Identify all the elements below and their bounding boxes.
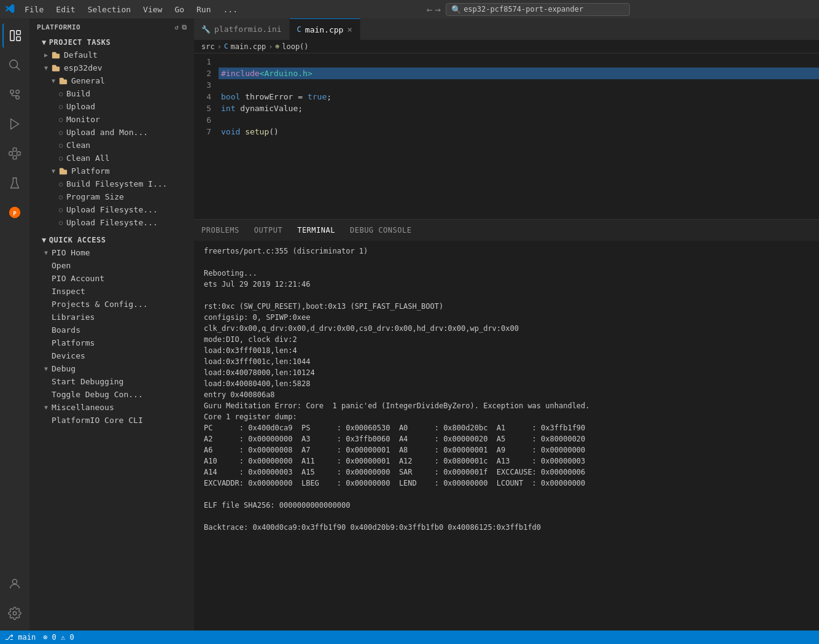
activity-extensions[interactable] — [2, 141, 27, 166]
menu-edit[interactable]: Edit — [51, 4, 80, 15]
tree-item-upload[interactable]: ○ Upload — [29, 100, 194, 113]
tree-item-esp32dev[interactable]: ▼ esp32dev — [29, 61, 194, 74]
code-editor[interactable]: 1 2 3 4 5 6 7 #include<Arduino.h> bool t… — [194, 53, 819, 219]
status-branch[interactable]: ⎇ main — [5, 633, 36, 642]
activity-bar: P — [0, 18, 29, 630]
tree-item-upload-fs-2[interactable]: ○ Upload Filesyste... — [29, 216, 194, 229]
sidebar-header-actions: ↺ ⧉ — [174, 23, 187, 31]
tree-item-upload-fs-1[interactable]: ○ Upload Filesyste... — [29, 203, 194, 216]
svg-marker-10 — [11, 119, 19, 130]
tab-main-cpp[interactable]: C main.cpp × — [290, 18, 360, 40]
chevron-right-icon: ▶ — [44, 52, 48, 58]
tree-item-start-debugging[interactable]: Start Debugging — [29, 375, 194, 388]
terminal-line: A14 : 0x00000003 A15 : 0x00000000 SAR : … — [204, 467, 809, 478]
activity-account[interactable] — [2, 572, 27, 596]
tree-item-default[interactable]: ▶ Default — [29, 48, 194, 61]
circle-icon-2: ○ — [59, 103, 63, 110]
item-label: Upload Filesyste... — [66, 218, 158, 227]
tree-item-pio-account[interactable]: PIO Account — [29, 272, 194, 285]
activity-source-control[interactable] — [2, 82, 27, 107]
tree-item-monitor[interactable]: ○ Monitor — [29, 113, 194, 126]
breadcrumb-file[interactable]: main.cpp — [231, 42, 266, 51]
activity-settings[interactable] — [2, 601, 27, 626]
menu-selection[interactable]: Selection — [83, 4, 136, 15]
status-errors[interactable]: ⊗ 0 ⚠ 0 — [43, 633, 74, 642]
panel-tab-debug-console[interactable]: DEBUG CONSOLE — [347, 220, 414, 241]
chevron-down-icon-2: ▼ — [52, 77, 55, 84]
tab-close-button[interactable]: × — [347, 25, 352, 34]
tree-item-upload-monitor[interactable]: ○ Upload and Mon... — [29, 126, 194, 139]
tree-item-open[interactable]: Open — [29, 259, 194, 272]
terminal-content[interactable]: freertos/port.c:355 (discriminator 1) Re… — [194, 241, 819, 630]
svg-rect-13 — [13, 156, 17, 159]
item-label: Program Size — [66, 192, 124, 201]
tree-item-clean[interactable]: ○ Clean — [29, 139, 194, 152]
breadcrumb-symbol[interactable]: loop() — [282, 42, 308, 51]
menu-go[interactable]: Go — [169, 4, 189, 15]
tree-item-inspect[interactable]: Inspect — [29, 285, 194, 298]
item-label: PlatformIO Core CLI — [52, 416, 143, 425]
terminal-line: configsip: 0, SPIWP:0xee — [204, 312, 809, 323]
tree-item-debug[interactable]: ▼ Debug — [29, 362, 194, 375]
terminal-line — [204, 511, 809, 522]
item-label: Miscellaneous — [52, 403, 114, 412]
tree-item-program-size[interactable]: ○ Program Size — [29, 190, 194, 203]
panel-tab-output[interactable]: OUTPUT — [252, 220, 285, 241]
tree-item-pio-home[interactable]: ▼ PIO Home — [29, 246, 194, 259]
tree-item-devices[interactable]: Devices — [29, 349, 194, 362]
tree-item-libraries[interactable]: Libraries — [29, 311, 194, 324]
code-content[interactable]: #include<Arduino.h> bool throwError = tr… — [219, 53, 819, 219]
sidebar-header: PLATFORMIO ↺ ⧉ — [29, 18, 194, 36]
chevron-down-icon-3: ▼ — [52, 168, 55, 174]
search-bar[interactable]: 🔍 esp32-pcf8574-port-expander — [446, 3, 630, 16]
circle-icon-7: ○ — [59, 180, 63, 187]
tree-item-build[interactable]: ○ Build — [29, 87, 194, 100]
activity-explorer[interactable] — [2, 23, 27, 48]
panel-tab-terminal[interactable]: TERMINAL — [295, 220, 338, 241]
tree-item-platform[interactable]: ▼ Platform — [29, 165, 194, 177]
circle-icon-5: ○ — [59, 142, 63, 149]
tree-item-miscellaneous[interactable]: ▼ Miscellaneous — [29, 401, 194, 414]
nav-forward[interactable]: → — [435, 4, 441, 15]
collapse-icon[interactable]: ⧉ — [182, 23, 187, 31]
chevron-down-icon-6: ▼ — [44, 404, 48, 411]
item-label-general: General — [71, 76, 105, 85]
svg-point-18 — [13, 611, 17, 615]
terminal-panel: PROBLEMS OUTPUT TERMINAL DEBUG CONSOLE f… — [194, 219, 819, 630]
tree-item-pio-core-cli[interactable]: PlatformIO Core CLI — [29, 414, 194, 427]
tree-item-build-fs[interactable]: ○ Build Filesystem I... — [29, 177, 194, 190]
activity-run[interactable] — [2, 112, 27, 136]
menu-view[interactable]: View — [138, 4, 167, 15]
breadcrumb-symbol-icon: ⊕ — [276, 42, 280, 50]
search-text: esp32-pcf8574-port-expander — [464, 5, 583, 14]
item-label: Devices — [52, 351, 85, 360]
tree-item-platforms[interactable]: Platforms — [29, 336, 194, 349]
menu-file[interactable]: File — [20, 4, 49, 15]
nav-back[interactable]: ← — [427, 4, 433, 15]
chevron-down-icon-4: ▼ — [44, 249, 48, 256]
breadcrumb-src[interactable]: src — [201, 42, 215, 51]
tree-item-toggle-debug[interactable]: Toggle Debug Con... — [29, 388, 194, 401]
section-project-tasks[interactable]: ▼ PROJECT TASKS — [29, 36, 194, 48]
tab-platformio-ini[interactable]: 🔧 platformio.ini — [194, 18, 290, 40]
tree-item-general[interactable]: ▼ General — [29, 74, 194, 87]
activity-flask[interactable] — [2, 171, 27, 195]
code-line-7: void setup() — [219, 126, 819, 138]
tree-item-clean-all[interactable]: ○ Clean All — [29, 152, 194, 165]
terminal-line: A2 : 0x00000000 A3 : 0x3ffb0060 A4 : 0x0… — [204, 433, 809, 444]
section-quick-access[interactable]: ▼ QUICK ACCESS — [29, 234, 194, 246]
activity-search[interactable] — [2, 53, 27, 77]
circle-icon: ○ — [59, 90, 63, 97]
menu-bar: File Edit Selection View Go Run ... — [20, 4, 243, 15]
panel-tab-problems[interactable]: PROBLEMS — [199, 220, 242, 241]
tree-item-projects-config[interactable]: Projects & Config... — [29, 298, 194, 311]
activity-platformio[interactable]: P — [2, 200, 27, 225]
refresh-icon[interactable]: ↺ — [174, 23, 179, 31]
svg-text:P: P — [13, 210, 17, 217]
item-label: Platforms — [52, 338, 95, 347]
tabs-bar: 🔧 platformio.ini C main.cpp × — [194, 18, 819, 40]
tree-item-boards[interactable]: Boards — [29, 324, 194, 336]
menu-more[interactable]: ... — [219, 4, 243, 15]
menu-run[interactable]: Run — [192, 4, 215, 15]
item-label: Boards — [52, 325, 80, 335]
